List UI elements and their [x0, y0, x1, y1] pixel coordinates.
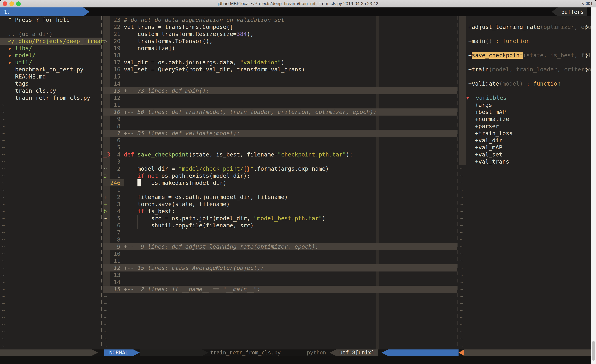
- tree-item-file[interactable]: train_retr_from_cls.py: [15, 94, 90, 101]
- tagbar-tag-item[interactable]: +save_checkpoint(state, is_best, fil: [468, 52, 591, 59]
- code-line[interactable]: filename = os.path.join(model_dir, filen…: [124, 194, 288, 201]
- tree-item-dir[interactable]: libs/: [15, 45, 32, 52]
- statusline-git-segment: +8 ~3 -3 master ⚡: [140, 349, 202, 356]
- editor-empty-line: ~: [104, 321, 107, 328]
- tagbar-variable-item[interactable]: +parser: [475, 123, 499, 130]
- powerline-arrow-icon: [133, 349, 140, 356]
- tree-item-dir[interactable]: util/: [15, 59, 32, 66]
- buffers-arrow-separator-icon: [552, 7, 558, 16]
- scrollbar-thumb[interactable]: [592, 341, 595, 361]
- tagbar-variable-item[interactable]: +best_mAP: [475, 109, 506, 116]
- tagbar-empty-line: ~: [460, 186, 463, 194]
- statusline-position-segment: 86%246/284LN : 5: [388, 349, 459, 356]
- code-line[interactable]: transforms.ToTensor(),: [124, 37, 213, 45]
- tree-empty-line: ~: [1, 172, 5, 179]
- tree-empty-line: ~: [1, 165, 5, 172]
- fold-summary[interactable]: +-- 9 lines: def adjust_learning_rate(op…: [124, 243, 319, 250]
- fold-summary[interactable]: +-- 15 lines: class AverageMeter(object)…: [124, 264, 264, 271]
- tagbar-empty-line: ~: [460, 314, 463, 321]
- tagbar-tag-item[interactable]: +train(model, train_loader, criterio: [468, 66, 591, 73]
- tree-item-file[interactable]: README.md: [15, 73, 46, 80]
- tree-item-file[interactable]: tags: [15, 80, 29, 87]
- code-line[interactable]: torch.save(state, filename): [124, 201, 230, 208]
- code-line[interactable]: normalize]): [124, 45, 175, 52]
- tree-root-path[interactable]: </jdhao/Projects/deep_firear>: [8, 37, 107, 45]
- tagbar-empty-line: ~: [460, 307, 463, 314]
- code-line[interactable]: src = os.path.join(model_dir, "model_bes…: [124, 215, 326, 222]
- tagbar-highlighted-tag: save_checkpoint: [472, 52, 523, 59]
- tagbar-tag-item[interactable]: +main() : function: [468, 37, 530, 45]
- line-number: 9: [110, 116, 120, 123]
- tagbar-variable-item[interactable]: +normalize: [475, 116, 509, 123]
- tree-item-file[interactable]: benchmark_on_test.py: [15, 66, 83, 73]
- scrollbar-track[interactable]: [591, 7, 596, 364]
- powerline-arrow-icon: [202, 349, 209, 356]
- tree-empty-line: ~: [1, 158, 5, 165]
- tree-text-line: " Press ? for help: [8, 16, 70, 23]
- tree-empty-line: ~: [1, 243, 5, 250]
- code-line[interactable]: val_dir = os.path.join(args.data, "valid…: [124, 59, 284, 66]
- code-line[interactable]: custom_transform.Resize(size=384),: [124, 30, 254, 37]
- code-line[interactable]: shutil.copyfile(filename, src): [124, 222, 254, 229]
- tree-empty-line: ~: [1, 101, 5, 109]
- truncation-arrow-icon: ❯: [585, 52, 588, 59]
- line-number: 2: [110, 165, 120, 172]
- tab-shortcut-indicator: ⌥⌘1: [580, 1, 593, 7]
- tagbar-variable-item[interactable]: +val_dir: [475, 137, 502, 144]
- code-line[interactable]: os.makedirs(model_dir): [124, 179, 226, 186]
- powerline-arrow-icon: [92, 349, 98, 356]
- code-line[interactable]: val_trans = transforms.Compose([: [124, 23, 233, 30]
- line-number: 17: [110, 59, 120, 66]
- line-number: 21: [110, 30, 120, 37]
- titlebar[interactable]: jdhao-MBP.local ~/Projects/deep_firearm/…: [0, 0, 596, 8]
- code-line[interactable]: if not os.path.exists(model_dir):: [124, 172, 250, 179]
- fold-summary[interactable]: +-- 2 lines: if __name__ == "__main__":: [124, 286, 261, 293]
- line-number: 3: [110, 201, 120, 208]
- tagbar-empty-line: ~: [460, 271, 463, 279]
- line-number: 15: [110, 73, 120, 80]
- tagbar-variable-item[interactable]: +val_mAP: [475, 144, 502, 151]
- chevron-right-icon[interactable]: ▸: [8, 59, 12, 66]
- tree-empty-line: ~: [1, 109, 5, 116]
- line-number: 4: [110, 208, 120, 215]
- tree-item-dir[interactable]: model/: [15, 52, 36, 59]
- tagbar-variable-item[interactable]: +train_loss: [475, 130, 513, 137]
- fold-summary[interactable]: +-- 35 lines: def validate(model):: [124, 130, 240, 137]
- tagbar-variable-item[interactable]: +args: [475, 101, 492, 109]
- tagbar-tag-item[interactable]: +validate(model) : function: [468, 80, 560, 87]
- tagbar-tag-item[interactable]: +adjust_learning_rate(optimizer, epo: [468, 23, 591, 30]
- tagbar-split-separator[interactable]: [457, 16, 457, 349]
- buffers-label-segment[interactable]: buffers: [558, 7, 587, 16]
- truncation-arrow-icon: ❯: [585, 66, 588, 73]
- line-number: 10: [110, 109, 120, 116]
- tagbar-empty-line: ~: [460, 201, 463, 208]
- code-line[interactable]: if is_best:: [124, 208, 175, 215]
- tagbar-variable-item[interactable]: +val_set: [475, 151, 502, 158]
- code-line[interactable]: # do not do data augmentation on validat…: [124, 16, 284, 23]
- code-line[interactable]: val_set = QuerySet(root=val_dir, transfo…: [124, 66, 305, 73]
- line-number: 7: [110, 229, 120, 236]
- tree-empty-line: ~: [1, 271, 5, 279]
- tagbar-empty-line: ~: [460, 172, 463, 179]
- tree-empty-line: ~: [1, 342, 5, 349]
- line-number: 12: [110, 264, 120, 271]
- tagbar-variable-item[interactable]: +val_trans: [475, 158, 509, 165]
- chevron-right-icon[interactable]: ▸: [8, 52, 12, 59]
- code-line[interactable]: model_dir = "model/check_point/{}".forma…: [124, 165, 329, 172]
- fold-summary[interactable]: +-- 73 lines: def main():: [124, 87, 209, 94]
- fold-open-triangle-icon[interactable]: ▼: [466, 94, 469, 101]
- nerdtree-split-separator[interactable]: [101, 16, 102, 349]
- code-line[interactable]: def save_checkpoint(state, is_best, file…: [124, 151, 353, 158]
- tree-empty-line: ~: [1, 314, 5, 321]
- chevron-right-icon[interactable]: ▸: [8, 45, 12, 52]
- fold-summary[interactable]: +-- 50 lines: def train(model, train_loa…: [124, 109, 377, 116]
- command-line[interactable]: [0, 356, 596, 364]
- tagbar-kind-header[interactable]: variables: [476, 94, 507, 101]
- editor-empty-line: ~: [104, 300, 107, 307]
- tree-empty-line: ~: [1, 186, 5, 194]
- line-number: 16: [110, 66, 120, 73]
- tree-item-file[interactable]: train_cls.py: [15, 87, 56, 94]
- tab-active[interactable]: 1. train_retr_from_cls.py: [0, 7, 83, 16]
- tagbar-empty-line: ~: [460, 321, 463, 328]
- editor-empty-line: ~: [104, 335, 107, 342]
